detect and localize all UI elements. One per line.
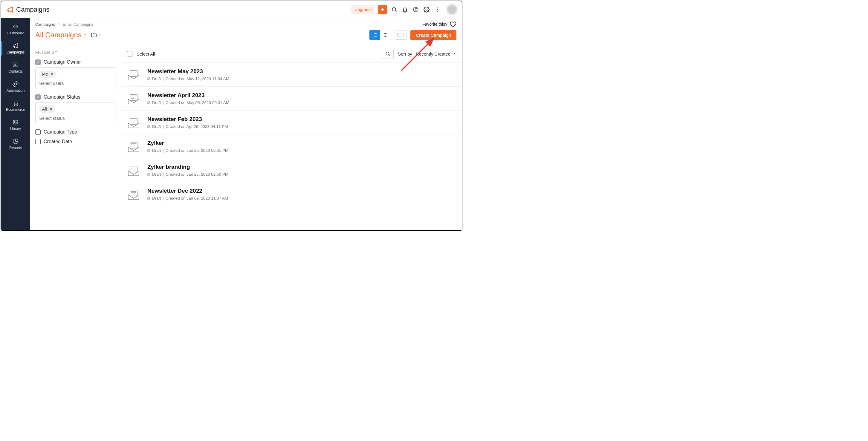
filter-owner-input[interactable] [39,81,112,86]
campaign-title: Zylker [147,140,456,147]
filter-status-box[interactable]: All ✕ [35,102,115,124]
campaign-icon [127,93,140,104]
envelope-icon [127,188,140,200]
chip-remove-button[interactable]: ✕ [49,107,53,112]
campaign-created: Created on Jan 25, 2023 02:50 PM [165,172,228,177]
notifications-button[interactable] [401,6,409,13]
campaign-row[interactable]: Newsletter Dec 2022 Draft | Created on J… [121,182,462,206]
status-dot [147,197,150,200]
svg-point-21 [384,36,385,37]
list-search-button[interactable] [382,49,394,59]
svg-point-8 [14,64,15,65]
sidebar-item-label: Library [10,127,21,131]
content-area: Campaigns Email Campaigns Favorite this?… [30,18,462,230]
campaign-status: Draft [152,100,161,105]
campaign-row[interactable]: Newsletter May 2023 Draft | Created on M… [121,62,462,86]
view-grid-button[interactable] [380,30,391,40]
campaign-created: Created on Jan 25, 2023 02:51 PM [165,148,228,153]
check-icon [36,95,40,99]
filter-heading: FILTER BY [35,50,115,55]
sort-dropdown[interactable]: Sort by : Recently Created [398,52,456,57]
sort-prefix: Sort by : [398,52,414,57]
svg-point-22 [385,36,386,37]
chip-label: All [42,107,47,112]
heart-icon[interactable] [450,21,457,28]
envelope-icon [127,164,140,176]
campaign-status: Draft [152,124,161,129]
list-toolbar: Select All Sort by : Recently Created [121,45,462,62]
breadcrumb-root[interactable]: Campaigns [35,22,55,27]
user-avatar[interactable] [447,4,457,14]
sidebar-item-campaigns[interactable]: Campaigns [1,39,30,58]
campaign-status: Draft [152,172,161,177]
select-all-label: Select All [136,52,155,57]
campaign-row[interactable]: Newsletter April 2023 Draft | Created on… [121,86,462,110]
app-logo: Campaigns [6,6,49,13]
grid-icon [383,33,388,37]
campaign-icon [127,188,140,200]
checkbox-select-all[interactable] [127,51,132,57]
page-title-dropdown[interactable]: All Campaigns [35,31,87,39]
app-name-label: Campaigns [16,6,49,13]
view-toggle-group [369,30,391,40]
svg-rect-27 [130,94,137,100]
filter-status-input[interactable] [39,116,112,121]
filter-owner-box[interactable]: Me ✕ [35,67,115,89]
checkbox-campaign-owner[interactable] [35,59,41,65]
chevron-down-icon [452,52,456,56]
bell-icon [402,7,408,12]
svg-rect-29 [130,142,137,148]
svg-rect-30 [130,166,137,172]
cart-icon [12,100,19,106]
status-dot [147,173,150,176]
create-campaign-button[interactable]: Create Campaign [410,30,457,40]
status-dot [147,125,150,128]
checkbox-created-date[interactable] [35,139,41,144]
page-title-label: All Campaigns [35,31,82,39]
campaign-row[interactable]: Newsletter Feb 2023 Draft | Created on A… [121,110,462,134]
svg-point-11 [17,105,18,106]
chip-owner-me: Me ✕ [39,70,57,78]
checkbox-campaign-status[interactable] [35,94,41,100]
view-list-button[interactable] [369,30,380,40]
sidebar-item-label: Ecommerce [6,107,25,112]
campaign-created: Created on Apr 26, 2023 04:11 PM [165,124,228,129]
campaign-row[interactable]: Zylker Draft | Created on Jan 25, 2023 0… [121,134,462,158]
svg-point-4 [437,7,438,8]
global-search-button[interactable] [391,6,398,13]
more-vertical-icon [434,7,440,12]
svg-point-20 [387,35,388,36]
chevron-right-icon [57,23,60,26]
chip-remove-button[interactable]: ✕ [50,72,54,76]
more-menu-button[interactable] [434,6,441,13]
sidebar-item-automation[interactable]: Automation [1,77,30,96]
help-icon [413,7,419,12]
sidebar-item-dashboard[interactable]: Dashboard [1,20,30,39]
create-new-button[interactable] [378,5,387,14]
help-button[interactable] [412,6,420,13]
sidebar-item-label: Campaigns [7,50,25,54]
automation-icon [12,81,19,87]
settings-button[interactable] [423,6,430,13]
sidebar-item-contacts[interactable]: Contacts [1,58,30,77]
caret-down-icon [98,33,101,36]
campaign-row[interactable]: Zylker branding Draft | Created on Jan 2… [121,158,462,182]
folder-dropdown[interactable] [91,32,101,38]
svg-rect-7 [13,63,18,67]
sidebar-item-reports[interactable]: Reports [1,134,30,154]
sidebar-item-ecommerce[interactable]: Ecommerce [1,96,30,115]
plus-icon [380,7,385,12]
svg-point-25 [386,52,389,55]
status-dot [147,101,150,104]
filter-type-label: Campaign Type [44,129,77,135]
top-header: Campaigns Upgrade [1,1,462,18]
columns-icon [398,33,404,37]
filter-status-label: Campaign Status [44,94,81,100]
campaign-title: Newsletter Feb 2023 [147,116,456,123]
gear-icon [424,7,430,12]
filter-date-label: Created Date [44,139,72,144]
sidebar-item-library[interactable]: Library [1,115,30,134]
columns-button[interactable] [395,30,407,40]
upgrade-button[interactable]: Upgrade [351,5,374,14]
checkbox-campaign-type[interactable] [35,129,41,135]
